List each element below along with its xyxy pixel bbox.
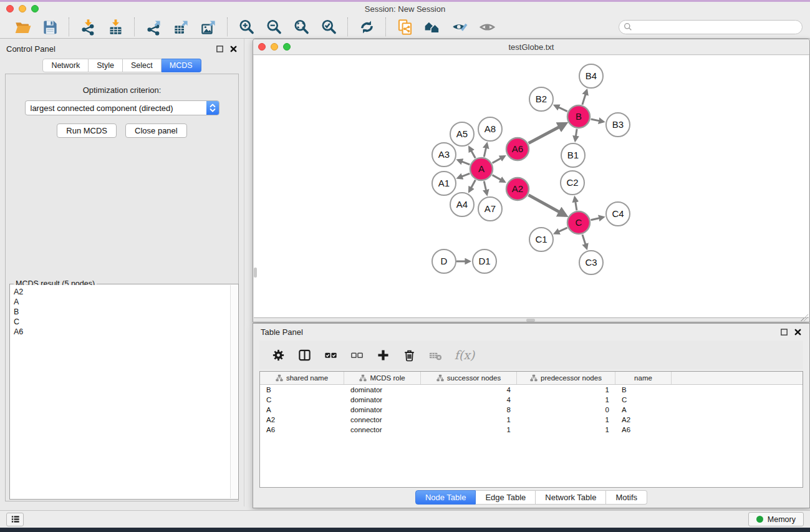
network-canvas[interactable]: B4B2BB3A8A5A6A3B1AA1C2A2A4A7C4CC1C3DD1	[254, 56, 809, 317]
edge-C-C4[interactable]	[591, 217, 604, 220]
table-row[interactable]: Cdominator41C	[260, 395, 803, 405]
search-input[interactable]	[632, 22, 802, 31]
node-C3[interactable]: C3	[579, 251, 603, 274]
result-item[interactable]: A6	[14, 327, 230, 337]
cell-MCDS-role[interactable]: dominator	[344, 386, 421, 394]
edge-A6-B[interactable]	[529, 123, 566, 143]
cell-MCDS-role[interactable]: dominator	[344, 396, 421, 404]
node-C2[interactable]: C2	[561, 171, 584, 195]
node-C4[interactable]: C4	[606, 202, 630, 226]
edge-B-B1[interactable]	[575, 129, 577, 140]
close-panel-button[interactable]: Close panel	[125, 123, 187, 138]
cell-shared-name[interactable]: A	[260, 406, 344, 414]
import-network-button[interactable]	[74, 17, 102, 37]
edge-C-C2[interactable]	[575, 198, 577, 211]
table-row[interactable]: Adominator80A	[260, 405, 803, 415]
tab-style[interactable]: Style	[89, 59, 123, 72]
cell-shared-name[interactable]: B	[260, 386, 344, 394]
column-header-MCDS-role[interactable]: MCDS role	[344, 372, 421, 384]
zoom-out-button[interactable]	[260, 17, 287, 37]
table-row[interactable]: Bdominator41B	[260, 385, 803, 395]
edge-A-A1[interactable]	[458, 173, 470, 178]
node-B4[interactable]: B4	[579, 64, 603, 88]
open-session-button[interactable]	[9, 17, 36, 37]
result-item[interactable]: A	[14, 297, 230, 307]
node-C[interactable]: C	[567, 211, 590, 234]
horizontal-scroll-thumb[interactable]	[526, 319, 535, 322]
mcds-result-list[interactable]: A2ABCA6	[11, 285, 230, 498]
cell-shared-name[interactable]: C	[260, 396, 344, 404]
cell-predecessor-nodes[interactable]: 1	[517, 396, 615, 404]
table-tab-network-table[interactable]: Network Table	[536, 490, 606, 505]
edge-C-C3[interactable]	[582, 235, 587, 248]
tab-mcds[interactable]: MCDS	[162, 59, 201, 72]
node-A4[interactable]: A4	[450, 193, 474, 216]
node-A3[interactable]: A3	[432, 143, 456, 167]
result-item[interactable]: A2	[14, 287, 230, 297]
apply-layout-button[interactable]	[418, 17, 446, 37]
cell-predecessor-nodes[interactable]: 0	[517, 406, 615, 414]
result-item[interactable]: B	[14, 307, 230, 317]
column-header-predecessor-nodes[interactable]: predecessor nodes	[517, 372, 615, 384]
run-mcds-button[interactable]: Run MCDS	[57, 123, 117, 138]
column-header-name[interactable]: name	[615, 372, 672, 384]
add-column-button[interactable]	[372, 344, 394, 366]
node-A8[interactable]: A8	[478, 117, 502, 141]
edge-A-A5[interactable]	[470, 147, 476, 158]
table-tab-motifs[interactable]: Motifs	[606, 490, 647, 505]
zoom-in-button[interactable]	[233, 17, 260, 37]
network-graph[interactable]: B4B2BB3A8A5A6A3B1AA1C2A2A4A7C4CC1C3DD1	[254, 56, 809, 317]
cell-shared-name[interactable]: A6	[260, 426, 344, 433]
zoom-fit-button[interactable]	[287, 17, 315, 37]
result-item[interactable]: C	[14, 317, 230, 327]
resize-grip[interactable]	[801, 314, 808, 321]
column-header-successor-nodes[interactable]: successor nodes	[421, 372, 517, 384]
function-builder-button[interactable]: f(x)	[450, 344, 479, 366]
node-B[interactable]: B	[567, 105, 590, 128]
cell-name[interactable]: A	[615, 406, 672, 414]
close-table-panel-icon[interactable]	[794, 328, 802, 336]
export-table-button[interactable]	[167, 17, 195, 37]
node-C1[interactable]: C1	[529, 228, 553, 251]
select-all-button[interactable]	[319, 344, 342, 366]
cell-MCDS-role[interactable]: connector	[344, 426, 421, 433]
cell-successor-nodes[interactable]: 4	[421, 396, 517, 404]
float-table-panel-icon[interactable]	[780, 328, 788, 336]
node-A[interactable]: A	[470, 158, 493, 180]
edge-A-A4[interactable]	[469, 180, 475, 191]
delete-column-button[interactable]	[398, 344, 420, 366]
edge-B-B3[interactable]	[591, 119, 604, 122]
task-history-button[interactable]	[6, 513, 24, 526]
node-B1[interactable]: B1	[561, 143, 585, 167]
close-panel-icon[interactable]	[229, 45, 238, 53]
vertical-scroll-thumb[interactable]	[254, 268, 257, 278]
node-A2[interactable]: A2	[506, 178, 529, 200]
edge-A-A7[interactable]	[484, 181, 487, 195]
edge-A-A3[interactable]	[458, 160, 470, 165]
hide-graphics-details-button[interactable]	[446, 17, 473, 37]
zoom-selected-button[interactable]	[315, 17, 342, 37]
table-tab-edge-table[interactable]: Edge Table	[476, 490, 536, 505]
cell-predecessor-nodes[interactable]: 1	[517, 426, 615, 433]
network-from-selection-button[interactable]	[391, 17, 418, 37]
cell-successor-nodes[interactable]: 4	[421, 386, 517, 394]
float-panel-icon[interactable]	[216, 45, 224, 53]
settings-button[interactable]	[267, 344, 289, 366]
cell-name[interactable]: B	[615, 386, 672, 394]
save-session-button[interactable]	[36, 17, 64, 37]
edge-A-A2[interactable]	[493, 175, 504, 182]
node-A7[interactable]: A7	[478, 197, 502, 221]
table-tab-node-table[interactable]: Node Table	[415, 490, 476, 505]
cell-predecessor-nodes[interactable]: 1	[517, 386, 615, 394]
edge-A-A8[interactable]	[484, 143, 487, 157]
node-A1[interactable]: A1	[432, 172, 456, 195]
import-table-button[interactable]	[102, 17, 129, 37]
tab-network[interactable]: Network	[42, 59, 89, 72]
edge-A2-C[interactable]	[529, 195, 566, 216]
node-B3[interactable]: B3	[606, 113, 630, 137]
node-A6[interactable]: A6	[506, 138, 529, 160]
table-row[interactable]: A2connector11A2	[260, 415, 803, 425]
split-view-button[interactable]	[293, 344, 316, 366]
cell-name[interactable]: A2	[615, 416, 672, 423]
table-row[interactable]: A6connector11A6	[260, 425, 803, 435]
